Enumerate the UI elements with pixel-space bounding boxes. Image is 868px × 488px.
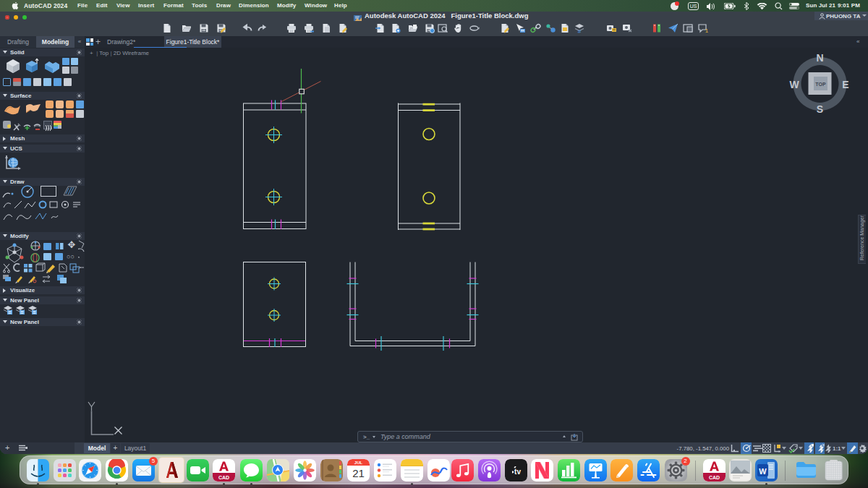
svg-text:W: W [789, 79, 799, 90]
svg-text:CAD: CAD [708, 475, 719, 480]
svg-text:W: W [759, 467, 767, 476]
svg-text:S: S [817, 103, 823, 115]
svg-text:JUL: JUL [354, 461, 362, 465]
svg-text:TOP: TOP [815, 82, 826, 87]
svg-text:E: E [842, 79, 848, 90]
svg-text:tv: tv [514, 468, 521, 476]
svg-text:21: 21 [352, 467, 365, 479]
svg-text:N: N [816, 52, 823, 64]
svg-text:CAD: CAD [218, 475, 229, 480]
